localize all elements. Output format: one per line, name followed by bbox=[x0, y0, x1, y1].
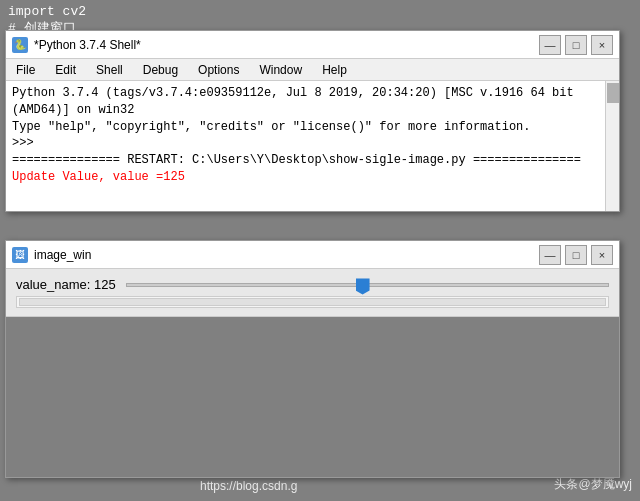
image-close-btn[interactable]: × bbox=[591, 245, 613, 265]
image-icon: 🖼 bbox=[12, 247, 28, 263]
menu-debug[interactable]: Debug bbox=[137, 62, 184, 78]
image-title: image_win bbox=[34, 248, 539, 262]
python-window-controls: — □ × bbox=[539, 35, 613, 55]
python-maximize-btn[interactable]: □ bbox=[565, 35, 587, 55]
slider-scrollbar-inner bbox=[19, 298, 606, 306]
python-icon: 🐍 bbox=[12, 37, 28, 53]
slider-row: value_name: 125 bbox=[16, 277, 609, 292]
console-line-1: Python 3.7.4 (tags/v3.7.4:e09359112e, Ju… bbox=[12, 85, 613, 102]
menu-shell[interactable]: Shell bbox=[90, 62, 129, 78]
console-line-6: Update Value, value =125 bbox=[12, 169, 613, 186]
menu-file[interactable]: File bbox=[10, 62, 41, 78]
python-titlebar: 🐍 *Python 3.7.4 Shell* — □ × bbox=[6, 31, 619, 59]
console-scroll-thumb[interactable] bbox=[607, 83, 619, 103]
console-line-3: Type "help", "copyright", "credits" or "… bbox=[12, 119, 613, 136]
image-titlebar: 🖼 image_win — □ × bbox=[6, 241, 619, 269]
code-line-1: import cv2 bbox=[8, 4, 632, 19]
image-display bbox=[6, 317, 619, 477]
python-close-btn[interactable]: × bbox=[591, 35, 613, 55]
console-scrollbar[interactable] bbox=[605, 81, 619, 211]
slider-scrollbar[interactable] bbox=[16, 296, 609, 308]
slider-label: value_name: 125 bbox=[16, 277, 116, 292]
python-minimize-btn[interactable]: — bbox=[539, 35, 561, 55]
menu-help[interactable]: Help bbox=[316, 62, 353, 78]
image-window-controls: — □ × bbox=[539, 245, 613, 265]
console-line-2: (AMD64)] on win32 bbox=[12, 102, 613, 119]
slider-thumb[interactable] bbox=[356, 275, 370, 295]
menu-options[interactable]: Options bbox=[192, 62, 245, 78]
python-menubar: File Edit Shell Debug Options Window Hel… bbox=[6, 59, 619, 81]
python-title: *Python 3.7.4 Shell* bbox=[34, 38, 539, 52]
slider-fill bbox=[127, 284, 363, 286]
console-line-5: =============== RESTART: C:\Users\Y\Desk… bbox=[12, 152, 613, 169]
console-line-4: >>> bbox=[12, 135, 613, 152]
python-shell-window: 🐍 *Python 3.7.4 Shell* — □ × File Edit S… bbox=[5, 30, 620, 212]
python-console[interactable]: Python 3.7.4 (tags/v3.7.4:e09359112e, Ju… bbox=[6, 81, 619, 211]
image-maximize-btn[interactable]: □ bbox=[565, 245, 587, 265]
watermark-author: 头条@梦魇wyj bbox=[554, 476, 632, 493]
watermark-url: https://blog.csdn.g bbox=[200, 479, 297, 493]
image-win-window: 🖼 image_win — □ × value_name: 125 bbox=[5, 240, 620, 478]
menu-edit[interactable]: Edit bbox=[49, 62, 82, 78]
menu-window[interactable]: Window bbox=[253, 62, 308, 78]
slider-track[interactable] bbox=[126, 283, 609, 287]
image-minimize-btn[interactable]: — bbox=[539, 245, 561, 265]
slider-area: value_name: 125 bbox=[6, 269, 619, 317]
